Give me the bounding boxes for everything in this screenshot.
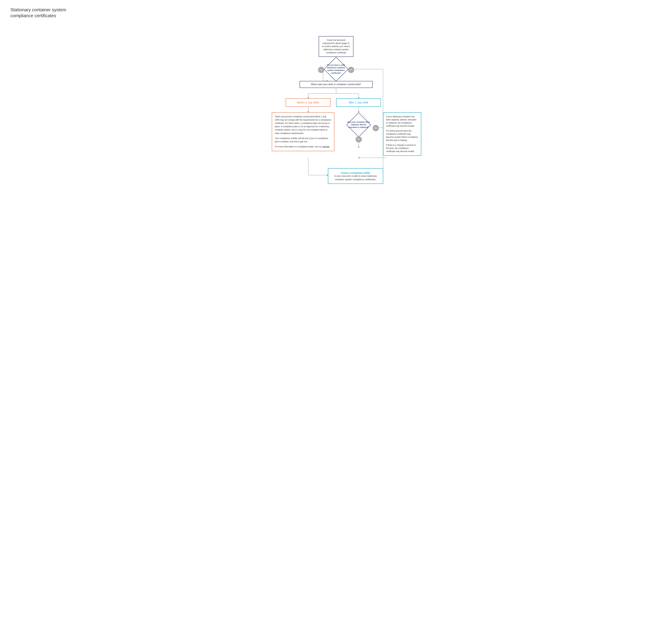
before-content-box: Tanks and process containers constructed… (272, 112, 334, 151)
diamond1-label: Do you have a valid stationary container… (326, 64, 346, 75)
flowchart: Check the threshold requirements above (… (261, 26, 411, 193)
when-box: When was your tank or container construc… (299, 81, 373, 88)
after-para3: If there is a change in service of the t… (386, 144, 418, 153)
diamond1-wrapper: Do you have a valid stationary container… (323, 57, 349, 82)
before-para3: For more information on compliance plans… (275, 145, 331, 148)
before-para2: Your compliance certifier will tell you … (275, 137, 331, 143)
after-para1: If your stationary container has been re… (386, 115, 418, 128)
diamond2-wrapper: Has your container been repaired, altere… (346, 112, 371, 137)
after-content-box: If your stationary container has been re… (383, 112, 421, 156)
website-link[interactable]: website (322, 146, 330, 148)
contact-text: in your area who is able to issue statio… (331, 174, 380, 181)
before-box: Before 1 July 2006 (286, 98, 331, 107)
page-title: Stationary container system compliance c… (10, 7, 662, 19)
diamond2-label: Has your container been repaired, altere… (347, 121, 370, 129)
after-box: After 1 July 2006 (336, 98, 381, 107)
start-box: Check the threshold requirements above (… (319, 36, 354, 57)
no-circle-2: No (356, 136, 362, 143)
yes-circle-2: Yes (373, 125, 379, 131)
before-para1: Tanks and process containers constructed… (275, 115, 331, 135)
yes-circle-1: Yes (348, 67, 354, 73)
no-circle-1: No (318, 67, 324, 73)
contact-link[interactable]: Contact a compliance certifier (341, 171, 370, 174)
contact-box: Contact a compliance certifier in your a… (328, 168, 383, 184)
after-para2: For below ground tanks the compliance ce… (386, 129, 418, 142)
